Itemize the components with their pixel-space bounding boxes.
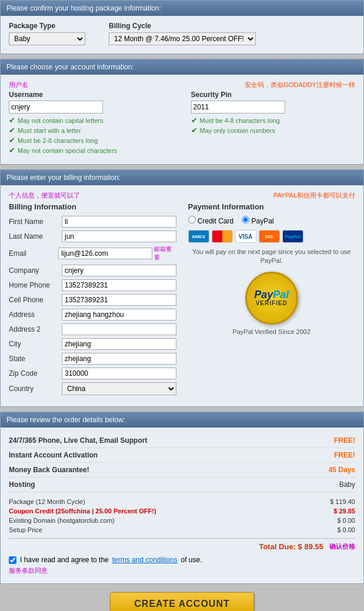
address2-label: Address 2	[9, 325, 62, 333]
home-phone-label: Home Phone	[9, 281, 62, 289]
home-phone-row: Home Phone	[9, 279, 176, 291]
company-label: Company	[9, 266, 62, 275]
validation-1: ✔May not contain capital letters	[9, 116, 173, 125]
coupon-detail-value: $ 29.85	[333, 508, 355, 515]
username-annotation: 用户名	[9, 81, 28, 89]
state-row: State	[9, 353, 176, 365]
username-validations: ✔May not contain capital letters ✔Must s…	[9, 116, 173, 155]
last-name-row: Last Name	[9, 231, 176, 242]
package-section-header: Please confirm your hosting package info…	[1, 1, 363, 16]
address-input[interactable]	[62, 309, 176, 320]
validation-3: ✔Must be 2-8 characters long	[9, 136, 173, 145]
email-input[interactable]	[58, 248, 152, 259]
billing-section-body: 个人信息，便宜就可以了 PAYPAL和信用卡都可以支付 Billing Info…	[1, 185, 363, 406]
company-row: Company	[9, 265, 176, 276]
terms-prefix: I have read and agree to the	[20, 556, 109, 564]
create-account-button[interactable]: CREATE ACCOUNT	[110, 592, 253, 611]
cell-phone-label: Cell Phone	[9, 296, 62, 304]
visa-icon: VISA	[235, 230, 256, 243]
order-row-activation: Instant Account Activation FREE!	[9, 448, 355, 463]
billing-cycle-label: Billing Cycle	[109, 22, 256, 30]
credit-card-radio[interactable]	[188, 216, 196, 223]
country-select[interactable]: China United States	[62, 382, 176, 395]
state-input[interactable]	[62, 353, 176, 365]
address2-input[interactable]	[62, 323, 176, 335]
first-name-row: First Name	[9, 216, 176, 228]
detail-coupon: Coupon Credit (25offchina | 25.00 Percen…	[9, 506, 355, 516]
paypal-radio[interactable]	[242, 216, 249, 223]
package-section: Please confirm your hosting package info…	[0, 0, 364, 54]
billing-header-text: Please enter your billing information:	[6, 173, 121, 182]
address-label: Address	[9, 310, 62, 319]
order-header-text: Please review the order details below:	[6, 416, 125, 424]
paypal-label: PayPal	[252, 217, 274, 225]
paypal-card-icon: PayPal	[282, 230, 303, 243]
security-validations: ✔Must be 4-8 characters long ✔May only c…	[191, 116, 356, 135]
check-icon-5: ✔	[191, 116, 198, 125]
username-input[interactable]	[9, 101, 103, 113]
city-input[interactable]	[62, 338, 176, 350]
account-annotations: 用户名 安全码，类似GODADDY注册时候一样	[9, 81, 355, 91]
domain-detail-label: Existing Domain (hostgatorclub.com)	[9, 517, 115, 524]
billing-cycle-select[interactable]: 12 Month @ 7.46/mo 25.00 Percent OFF!	[109, 32, 256, 45]
order-section-header: Please review the order details below:	[1, 412, 363, 428]
discover-icon: DIS	[259, 230, 280, 243]
zip-input[interactable]	[62, 368, 176, 379]
security-col: Security Pin ✔Must be 4-8 characters lon…	[191, 91, 356, 156]
package-type-select[interactable]: Baby	[9, 32, 85, 45]
account-section: Please choose your account information: …	[0, 59, 364, 165]
payment-info-col: Payment Information Credit Card PayPal A…	[188, 202, 356, 398]
account-section-header: Please choose your account information:	[1, 59, 363, 75]
order-row-hosting: Hosting Baby	[9, 478, 355, 492]
support-label: 24/7/365 Phone, Live Chat, Email Support	[9, 436, 147, 445]
package-type-label: Package Type	[9, 22, 85, 30]
order-section: Please review the order details below: 2…	[0, 412, 364, 584]
first-name-input[interactable]	[62, 216, 176, 228]
terms-link[interactable]: terms and conditions	[112, 556, 178, 564]
company-input[interactable]	[62, 265, 176, 276]
paypal-badge: PayPal VERIFIED PayPal Verified Since 20…	[188, 272, 356, 335]
billing-annotations: 个人信息，便宜就可以了 PAYPAL和信用卡都可以支付	[9, 191, 355, 202]
guarantee-value: 45 Days	[329, 466, 355, 474]
amex-icon: AMEX	[188, 230, 209, 243]
cell-phone-row: Cell Phone	[9, 294, 176, 306]
zip-label: Zip Code	[9, 369, 62, 378]
billing-cycle-field: Billing Cycle 12 Month @ 7.46/mo 25.00 P…	[109, 22, 256, 45]
cell-phone-input[interactable]	[62, 294, 176, 306]
billing-section: Please enter your billing information: 个…	[0, 169, 364, 407]
billing-annotation: 个人信息，便宜就可以了	[9, 191, 80, 200]
terms-note: 服务条款同意	[9, 566, 355, 575]
city-label: City	[9, 340, 62, 348]
last-name-label: Last Name	[9, 232, 62, 241]
billing-columns: Billing Information First Name Last Name…	[9, 202, 355, 398]
validation-2: ✔Must start with a letter	[9, 126, 173, 135]
sec-validation-2: ✔May only contain numbers	[191, 126, 356, 135]
detail-setup: Setup Price $ 0.00	[9, 525, 355, 535]
account-header-text: Please choose your account information:	[6, 63, 134, 71]
account-section-body: 用户名 安全码，类似GODADDY注册时候一样 Username ✔May no…	[1, 75, 363, 164]
last-name-input[interactable]	[62, 231, 176, 242]
hosting-label: Hosting	[9, 480, 35, 489]
order-section-body: 24/7/365 Phone, Live Chat, Email Support…	[1, 428, 363, 583]
terms-checkbox[interactable]	[9, 556, 16, 564]
package-type-field: Package Type Baby	[9, 22, 85, 45]
package-detail-value: $ 119.40	[330, 498, 355, 505]
guarantee-label: Money Back Guarantee!	[9, 466, 89, 474]
setup-detail-label: Setup Price	[9, 526, 42, 533]
mastercard-icon	[212, 230, 233, 243]
paypal-option[interactable]: PayPal	[242, 216, 273, 225]
security-pin-input[interactable]	[191, 101, 285, 113]
credit-card-label: Credit Card	[198, 217, 233, 225]
home-phone-input[interactable]	[62, 279, 176, 291]
order-row-guarantee: Money Back Guarantee! 45 Days	[9, 463, 355, 478]
check-icon-4: ✔	[9, 146, 15, 155]
detail-domain: Existing Domain (hostgatorclub.com) $ 0.…	[9, 516, 355, 525]
paypal-verified-text: VERIFIED	[256, 300, 288, 306]
credit-card-option[interactable]: Credit Card	[188, 216, 234, 225]
terms-row: I have read and agree to the terms and c…	[9, 556, 355, 564]
check-icon-1: ✔	[9, 116, 15, 125]
payment-info-title: Payment Information	[188, 202, 356, 211]
payment-method-row: Credit Card PayPal	[188, 216, 356, 225]
order-row-support: 24/7/365 Phone, Live Chat, Email Support…	[9, 433, 355, 448]
paypal-logo: PayPal	[254, 289, 289, 300]
